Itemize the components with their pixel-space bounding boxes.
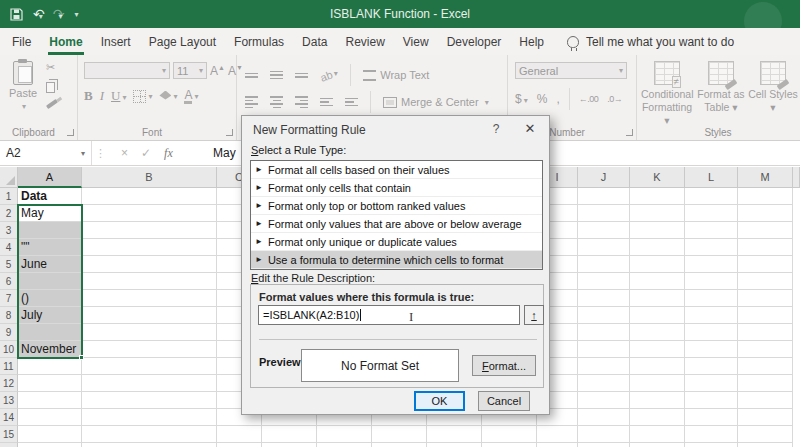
cell-L7[interactable]: [685, 290, 738, 307]
cell-K8[interactable]: [630, 307, 685, 324]
format-as-table-button[interactable]: Format as Table ▾: [695, 61, 747, 114]
formula-bar-drag-handle[interactable]: ⋮: [92, 141, 109, 165]
cell-J4[interactable]: [578, 239, 630, 256]
align-right-icon[interactable]: [295, 96, 308, 108]
tab-data[interactable]: Data: [293, 28, 336, 55]
cell-A3[interactable]: [18, 222, 82, 239]
row-header-1[interactable]: 1: [0, 188, 18, 205]
cell-J6[interactable]: [578, 273, 630, 290]
cell-J5[interactable]: [578, 256, 630, 273]
cell-M16[interactable]: [738, 443, 793, 447]
tab-review[interactable]: Review: [336, 28, 393, 55]
cell-B8[interactable]: [82, 307, 217, 324]
cell-J2[interactable]: [578, 205, 630, 222]
cell-J9[interactable]: [578, 324, 630, 341]
cell-A2[interactable]: May: [18, 205, 82, 222]
redo-button[interactable]: ↷▾: [53, 7, 63, 22]
cell-J7[interactable]: [578, 290, 630, 307]
cell-M4[interactable]: [738, 239, 793, 256]
row-header-10[interactable]: 10: [0, 341, 18, 358]
cell-B4[interactable]: [82, 239, 217, 256]
row-header-6[interactable]: 6: [0, 273, 18, 290]
rule-item-above-below-average[interactable]: ►Format only values that are above or be…: [251, 215, 542, 233]
cell-J15[interactable]: [578, 426, 630, 443]
cell-A15[interactable]: [18, 426, 82, 443]
format-button[interactable]: Format...: [472, 355, 536, 376]
cell-M14[interactable]: [738, 409, 793, 426]
cell-L16[interactable]: [685, 443, 738, 447]
cell-L1[interactable]: [685, 188, 738, 205]
confirm-entry-icon[interactable]: ✓: [141, 146, 151, 160]
rule-formula-input[interactable]: =ISBLANK(A2:B10) I: [258, 305, 520, 325]
decrease-decimal-button[interactable]: .0→: [607, 94, 622, 104]
comma-style-button[interactable]: ,: [556, 92, 559, 106]
cell-C16[interactable]: [217, 443, 262, 447]
tell-me-box[interactable]: Tell me what you want to do: [553, 28, 734, 55]
cell-K7[interactable]: [630, 290, 685, 307]
cell-F16[interactable]: [372, 443, 427, 447]
cell-B14[interactable]: [82, 409, 217, 426]
rule-item-top-bottom[interactable]: ►Format only top or bottom ranked values: [251, 197, 542, 215]
rule-item-all-cells[interactable]: ►Format all cells based on their values: [251, 161, 542, 179]
column-header-M[interactable]: M: [738, 167, 793, 188]
cell-M9[interactable]: [738, 324, 793, 341]
cell-A16[interactable]: [18, 443, 82, 447]
merge-center-button[interactable]: Merge & Center▾: [383, 96, 489, 108]
cell-B9[interactable]: [82, 324, 217, 341]
font-dialog-launcher-icon[interactable]: [226, 129, 233, 136]
cell-J16[interactable]: [578, 443, 630, 447]
row-header-2[interactable]: 2: [0, 205, 18, 222]
cell-K15[interactable]: [630, 426, 685, 443]
clipboard-dialog-launcher-icon[interactable]: [67, 129, 74, 136]
row-header-4[interactable]: 4: [0, 239, 18, 256]
cell-A14[interactable]: [18, 409, 82, 426]
cell-D16[interactable]: [262, 443, 317, 447]
cell-L8[interactable]: [685, 307, 738, 324]
collapse-dialog-button[interactable]: ↑: [524, 305, 544, 325]
save-icon[interactable]: [10, 8, 23, 21]
dialog-help-button[interactable]: ?: [488, 122, 504, 136]
cell-D15[interactable]: [262, 426, 317, 443]
cell-J11[interactable]: [578, 358, 630, 375]
cell-M3[interactable]: [738, 222, 793, 239]
cell-M15[interactable]: [738, 426, 793, 443]
cell-K11[interactable]: [630, 358, 685, 375]
cell-C15[interactable]: [217, 426, 262, 443]
fill-color-button[interactable]: ▾: [159, 91, 177, 102]
cell-A8[interactable]: July: [18, 307, 82, 324]
cell-L10[interactable]: [685, 341, 738, 358]
cell-M7[interactable]: [738, 290, 793, 307]
cancel-entry-icon[interactable]: ×: [121, 146, 128, 160]
cell-L14[interactable]: [685, 409, 738, 426]
cell-E16[interactable]: [317, 443, 372, 447]
column-header-J[interactable]: J: [578, 167, 630, 188]
cell-K2[interactable]: [630, 205, 685, 222]
row-header-11[interactable]: 11: [0, 358, 18, 375]
row-header-12[interactable]: 12: [0, 375, 18, 392]
copy-icon[interactable]: [46, 82, 55, 93]
cell-L9[interactable]: [685, 324, 738, 341]
cell-A9[interactable]: [18, 324, 82, 341]
cancel-button[interactable]: Cancel: [478, 391, 530, 411]
cell-M12[interactable]: [738, 375, 793, 392]
cell-L11[interactable]: [685, 358, 738, 375]
cell-A7[interactable]: (): [18, 290, 82, 307]
tab-developer[interactable]: Developer: [438, 28, 511, 55]
cell-L13[interactable]: [685, 392, 738, 409]
cell-K16[interactable]: [630, 443, 685, 447]
name-box[interactable]: A2 ▾: [0, 141, 92, 165]
cell-K5[interactable]: [630, 256, 685, 273]
cell-K10[interactable]: [630, 341, 685, 358]
increase-decimal-button[interactable]: ←.00: [579, 94, 599, 104]
cell-G16[interactable]: [427, 443, 482, 447]
tab-view[interactable]: View: [394, 28, 438, 55]
paste-button[interactable]: Paste ▾: [6, 61, 40, 111]
cell-B5[interactable]: [82, 256, 217, 273]
cell-M8[interactable]: [738, 307, 793, 324]
cell-K13[interactable]: [630, 392, 685, 409]
cell-L6[interactable]: [685, 273, 738, 290]
cell-K6[interactable]: [630, 273, 685, 290]
cell-B16[interactable]: [82, 443, 217, 447]
font-size-combo[interactable]: 11▾: [173, 62, 207, 79]
cell-A4[interactable]: "": [18, 239, 82, 256]
